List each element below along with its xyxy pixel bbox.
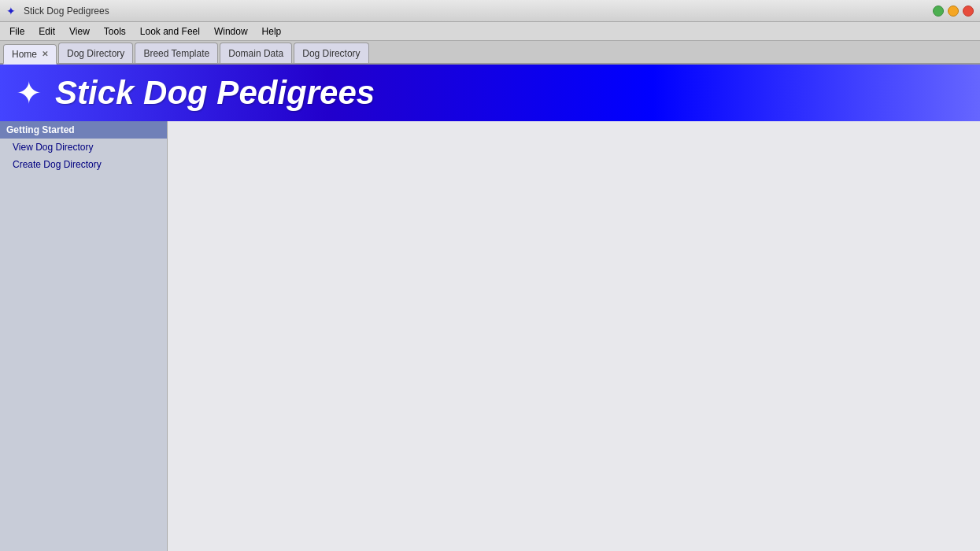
menu-look-and-feel[interactable]: Look and Feel bbox=[134, 24, 206, 39]
menu-bar: File Edit View Tools Look and Feel Windo… bbox=[0, 22, 980, 41]
tab-breed-template[interactable]: Breed Template bbox=[135, 43, 218, 63]
main-content: ✦ Stick Dog Pedigrees Getting Started Vi… bbox=[0, 65, 980, 551]
tab-dog-directory-1-label: Dog Directory bbox=[67, 48, 124, 59]
tab-dog-directory-1[interactable]: Dog Directory bbox=[58, 43, 133, 63]
app-icon: ✦ bbox=[6, 5, 19, 17]
tab-domain-data-label: Domain Data bbox=[228, 48, 283, 59]
sidebar: Getting Started View Dog Directory Creat… bbox=[0, 121, 168, 551]
tab-home-close[interactable]: ✕ bbox=[42, 50, 48, 58]
sidebar-link-view-dog-directory[interactable]: View Dog Directory bbox=[0, 139, 167, 156]
content-area: Getting Started View Dog Directory Creat… bbox=[0, 121, 980, 551]
main-panel bbox=[168, 121, 980, 551]
banner: ✦ Stick Dog Pedigrees bbox=[0, 65, 980, 121]
sidebar-link-create-dog-directory[interactable]: Create Dog Directory bbox=[0, 156, 167, 173]
tab-breed-template-label: Breed Template bbox=[143, 48, 209, 59]
title-bar: ✦ Stick Dog Pedigrees bbox=[0, 0, 980, 22]
close-button[interactable] bbox=[963, 6, 974, 17]
tab-home-label: Home bbox=[12, 49, 37, 60]
minimize-button[interactable] bbox=[948, 6, 959, 17]
menu-file[interactable]: File bbox=[3, 24, 31, 39]
menu-view[interactable]: View bbox=[63, 24, 96, 39]
banner-icon: ✦ bbox=[16, 75, 43, 111]
window-controls bbox=[933, 6, 974, 17]
sidebar-section-header: Getting Started bbox=[0, 121, 167, 139]
tab-dog-directory-2-label: Dog Directory bbox=[302, 48, 360, 59]
menu-help[interactable]: Help bbox=[256, 24, 288, 39]
tab-bar: Home ✕ Dog Directory Breed Template Doma… bbox=[0, 41, 980, 65]
tab-home[interactable]: Home ✕ bbox=[3, 44, 57, 65]
menu-window[interactable]: Window bbox=[208, 24, 254, 39]
tab-dog-directory-2[interactable]: Dog Directory bbox=[294, 43, 368, 63]
banner-title: Stick Dog Pedigrees bbox=[55, 74, 375, 112]
title-bar-text: Stick Dog Pedigrees bbox=[24, 6, 933, 17]
maximize-button[interactable] bbox=[933, 6, 944, 17]
menu-tools[interactable]: Tools bbox=[98, 24, 132, 39]
tab-domain-data[interactable]: Domain Data bbox=[220, 43, 292, 63]
menu-edit[interactable]: Edit bbox=[32, 24, 61, 39]
